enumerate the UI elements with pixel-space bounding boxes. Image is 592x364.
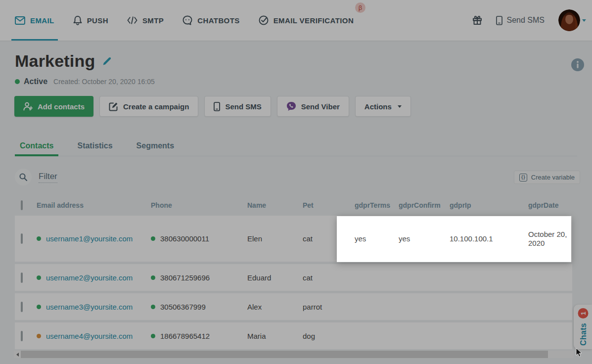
- pet-value: cat: [297, 234, 349, 243]
- tab-statistics[interactable]: Statistics: [72, 136, 117, 156]
- status-dot: [151, 275, 155, 280]
- contacts-table: Email address Phone Name Pet gdprTerms g…: [15, 197, 572, 352]
- nav-send-sms-label: Send SMS: [507, 16, 545, 25]
- chats-unread-badge: 1: [578, 308, 588, 318]
- send-viber-label: Send Viber: [301, 102, 340, 111]
- col-header-gdprterms: gdprTerms: [349, 201, 393, 209]
- nav-item-chatbots[interactable]: CHATBOTS: [182, 0, 239, 41]
- phone-value: 380671259696: [160, 273, 210, 282]
- name-value: Maria: [241, 332, 297, 340]
- table-row[interactable]: username4@yoursite.com 186678965412 Mari…: [15, 322, 572, 349]
- status-dot: [37, 236, 41, 241]
- filter-link[interactable]: Filter: [39, 172, 57, 183]
- nav-send-sms[interactable]: Send SMS: [496, 16, 545, 25]
- gdpr-confirm-value: yes: [393, 234, 444, 243]
- table-row[interactable]: username3@yoursite.com 30506367999 Alex …: [15, 293, 572, 320]
- add-contacts-label: Add contacts: [38, 102, 85, 111]
- mouse-cursor: [576, 348, 583, 358]
- compose-icon: [109, 102, 118, 111]
- status-dot: [37, 275, 41, 280]
- nav-right: Send SMS: [472, 9, 592, 31]
- table-row[interactable]: username1@yoursite.com 380630000011 Elen…: [15, 216, 572, 262]
- col-header-gdprip: gdprIp: [444, 201, 522, 209]
- gdpr-ip-value: 10.100.100.1: [444, 234, 522, 243]
- name-value: Alex: [241, 303, 297, 311]
- gift-icon[interactable]: [472, 15, 482, 25]
- phone-value: 380630000011: [160, 234, 209, 243]
- nav-item-label: PUSH: [87, 16, 108, 25]
- created-date: Created: October 20, 2020 16:05: [53, 78, 155, 86]
- caret-down-icon: [398, 105, 402, 108]
- tab-label: Statistics: [77, 141, 112, 150]
- search-button[interactable]: [15, 169, 32, 185]
- code-icon: [127, 16, 137, 24]
- bell-icon: [73, 15, 82, 25]
- gdpr-terms-value: yes: [349, 234, 393, 243]
- table-row[interactable]: username2@yoursite.com 380671259696 Edua…: [15, 264, 572, 291]
- row-checkbox[interactable]: [21, 273, 23, 283]
- nav-item-email-verification[interactable]: EMAIL VERIFICATION β: [259, 0, 354, 41]
- col-header-email: Email address: [31, 201, 145, 209]
- scrollbar-thumb[interactable]: [21, 351, 548, 358]
- avatar: [558, 9, 580, 31]
- caret-down-icon: [582, 19, 586, 22]
- nav-item-smtp[interactable]: SMTP: [127, 0, 164, 41]
- nav-left: EMAIL PUSH SMTP CHATBOTS EMAIL VERIFICAT…: [0, 0, 354, 41]
- create-campaign-button[interactable]: Create a campaign: [99, 96, 198, 117]
- pet-value: parrot: [297, 303, 349, 311]
- phone-value: 186678965412: [160, 332, 210, 340]
- tab-label: Contacts: [20, 141, 53, 150]
- chatbot-icon: [182, 15, 192, 25]
- scroll-left-arrow[interactable]: [14, 351, 21, 358]
- envelope-icon: [15, 16, 25, 25]
- email-link[interactable]: username4@yoursite.com: [46, 332, 133, 340]
- braces-icon: { }: [519, 174, 527, 182]
- top-nav: EMAIL PUSH SMTP CHATBOTS EMAIL VERIFICAT…: [0, 0, 592, 41]
- edit-pencil-icon[interactable]: [102, 56, 112, 66]
- nav-item-email[interactable]: EMAIL: [15, 0, 54, 41]
- col-header-gdprconfirm: gdprConfirm: [393, 201, 444, 209]
- horizontal-scrollbar[interactable]: [14, 351, 574, 358]
- beta-badge: β: [355, 2, 365, 13]
- phone-icon: [496, 16, 502, 25]
- send-sms-button[interactable]: Send SMS: [204, 96, 271, 117]
- add-contacts-button[interactable]: Add contacts: [14, 96, 93, 117]
- select-all-checkbox[interactable]: [21, 200, 23, 210]
- title-row: Marketing: [15, 51, 112, 71]
- phone-icon: [214, 102, 220, 111]
- search-icon: [19, 173, 27, 181]
- actions-dropdown[interactable]: Actions: [355, 96, 411, 117]
- info-icon[interactable]: [571, 58, 584, 71]
- status-row: Active Created: October 20, 2020 16:05: [15, 77, 155, 86]
- nav-item-label: EMAIL VERIFICATION: [273, 16, 354, 25]
- gdpr-date-value: October 20, 2020: [522, 230, 572, 248]
- col-header-pet: Pet: [297, 201, 349, 209]
- status-dot: [151, 334, 155, 338]
- status-badge: Active: [24, 77, 47, 86]
- chats-tab[interactable]: Chats 1: [574, 305, 592, 349]
- nav-item-label: CHATBOTS: [197, 16, 239, 25]
- tab-contacts[interactable]: Contacts: [15, 136, 58, 156]
- email-link[interactable]: username2@yoursite.com: [46, 273, 133, 282]
- status-dot: [15, 79, 20, 84]
- toolbar: Add contacts Create a campaign Send SMS …: [14, 96, 411, 117]
- email-link[interactable]: username1@yoursite.com: [46, 234, 133, 243]
- row-checkbox[interactable]: [21, 331, 23, 341]
- create-campaign-label: Create a campaign: [123, 102, 189, 111]
- status-dot: [37, 305, 41, 309]
- row-checkbox[interactable]: [21, 233, 23, 244]
- create-variable-button[interactable]: { } Create variable: [514, 171, 580, 184]
- nav-item-label: SMTP: [142, 16, 164, 25]
- nav-item-push[interactable]: PUSH: [73, 0, 108, 41]
- send-viber-button[interactable]: Send Viber: [277, 96, 349, 117]
- nav-item-label: EMAIL: [30, 16, 54, 25]
- chats-label: Chats: [579, 323, 588, 346]
- tab-segments[interactable]: Segments: [132, 136, 179, 156]
- pet-value: cat: [297, 273, 349, 282]
- tab-label: Segments: [137, 141, 174, 150]
- account-menu[interactable]: [558, 9, 586, 31]
- email-link[interactable]: username3@yoursite.com: [46, 303, 133, 311]
- status-dot: [37, 334, 41, 338]
- col-header-name: Name: [241, 201, 297, 209]
- row-checkbox[interactable]: [21, 302, 23, 312]
